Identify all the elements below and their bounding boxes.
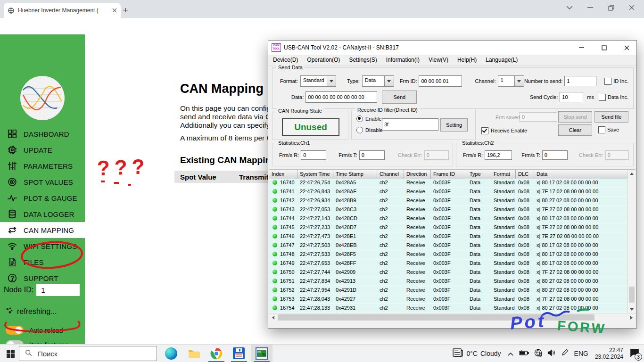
- frame-row-16744[interactable]: 1674422:47:27,1430x428CDch2Receive0x003F…: [269, 214, 628, 223]
- menu-viewv[interactable]: View(V): [429, 57, 448, 63]
- auto-reload-toggle[interactable]: [6, 326, 24, 335]
- frame-col-channel[interactable]: Channel: [377, 170, 404, 179]
- taskbar-image-app-icon[interactable]: [251, 345, 272, 362]
- browser-restore-button[interactable]: [601, 0, 621, 15]
- sidebar-item-data-logger[interactable]: DATA LOGGER: [0, 206, 85, 222]
- sidebar-item-can-mapping[interactable]: CAN MAPPING: [0, 222, 85, 238]
- frame-row-16752[interactable]: 1675222:47:27,9540x4291Dch2Receive0x003F…: [269, 286, 628, 295]
- save-checkbox[interactable]: [598, 126, 605, 133]
- frame-row-16746[interactable]: 1674622:47:27,4730x428E1ch2Receive0x003F…: [269, 232, 628, 241]
- sidebar-item-files[interactable]: FILES: [0, 254, 85, 270]
- frame-row-16748[interactable]: 1674822:47:27,5330x428F5ch2Receive0x003F…: [269, 250, 628, 259]
- scroll-up-icon[interactable]: [628, 170, 636, 177]
- network-globe-icon[interactable]: [534, 349, 542, 359]
- frame-row-16751[interactable]: 1675122:47:27,8340x42913ch2Receive0x003F…: [269, 277, 628, 286]
- vertical-scroll-thumb[interactable]: [629, 287, 635, 303]
- frame-col-direction[interactable]: Direction: [404, 170, 431, 179]
- taskbar-file-explorer-icon[interactable]: [183, 345, 205, 362]
- frame-col-index[interactable]: Index: [269, 170, 297, 179]
- menu-helph[interactable]: Help(H): [457, 57, 477, 63]
- taskbar-search-box[interactable]: [19, 346, 157, 361]
- browser-tab[interactable]: Huebner Inverter Management (: [4, 3, 121, 18]
- frame-row-16745[interactable]: 1674522:47:27,2330x428D7ch2Receive0x003F…: [269, 223, 628, 232]
- menu-operationo[interactable]: Operation(O): [307, 57, 340, 63]
- menu-languagel[interactable]: Language(L): [486, 57, 518, 63]
- frame-table-body[interactable]: 1674022:47:26,7540x428A5ch2Receive0x003F…: [269, 179, 628, 313]
- language-indicator[interactable]: ENG: [574, 350, 588, 357]
- frame-row-16747[interactable]: 1674722:47:27,5030x428EBch2Receive0x003F…: [269, 241, 628, 250]
- setting-button[interactable]: Setting: [440, 118, 468, 132]
- horizontal-scrollbar[interactable]: [269, 313, 636, 321]
- frame-row-16741[interactable]: 1674122:47:26,8430x428AFch2Receive0x003F…: [269, 188, 628, 197]
- frame-col-system-time[interactable]: System Time: [297, 170, 333, 179]
- stop-send-button[interactable]: Stop send: [558, 111, 592, 123]
- scroll-left-icon[interactable]: [269, 314, 277, 321]
- taskbar-chrome-icon[interactable]: [206, 345, 227, 362]
- send-cycle-input[interactable]: [560, 92, 583, 102]
- data-input[interactable]: [305, 91, 377, 103]
- send-file-button[interactable]: Send file: [594, 111, 628, 123]
- tray-chevron-up-icon[interactable]: [508, 349, 513, 358]
- scroll-down-icon[interactable]: [628, 306, 636, 313]
- frame-col-format[interactable]: Format: [491, 170, 516, 179]
- frm-id-input[interactable]: [419, 75, 462, 87]
- receive-enable-checkbox[interactable]: [481, 127, 488, 134]
- browser-chevron-icon[interactable]: [559, 0, 580, 15]
- sidebar-item-parameters[interactable]: PARAMETERS: [0, 158, 85, 174]
- sidebar-item-spot-values[interactable]: SPOT VALUES: [0, 174, 85, 190]
- channel-select[interactable]: 1: [498, 75, 524, 87]
- node-id-input[interactable]: [36, 284, 80, 296]
- pen-icon[interactable]: [561, 349, 569, 358]
- taskbar-clock[interactable]: 22:47 23.02.2024: [595, 347, 623, 360]
- scroll-right-icon[interactable]: [628, 314, 636, 321]
- menu-informationi[interactable]: Information(I): [386, 57, 420, 63]
- frame-row-16750[interactable]: 1675022:47:27,7440x42909ch2Receive0x003F…: [269, 268, 628, 277]
- menu-settingss[interactable]: Settings(S): [349, 57, 377, 63]
- window-close-button[interactable]: [617, 41, 636, 55]
- browser-minimize-button[interactable]: [580, 0, 601, 15]
- new-tab-button[interactable]: +: [120, 5, 131, 16]
- frame-col-frame-id[interactable]: Frame ID: [431, 170, 467, 179]
- frame-row-16754[interactable]: 1675422:47:28,1330x42931ch2Receive0x003F…: [269, 304, 628, 313]
- frame-row-16742[interactable]: 1674222:47:26,9340x428B9ch2Receive0x003F…: [269, 197, 628, 206]
- horizontal-scroll-thumb[interactable]: [278, 314, 594, 321]
- sidebar-item-wifi-settings[interactable]: WIFI SETTINGS: [0, 238, 85, 254]
- frame-col-time-stamp[interactable]: Time Stamp: [333, 170, 377, 179]
- window-minimize-button[interactable]: [571, 41, 591, 55]
- frame-row-16743[interactable]: 1674322:47:27,0530x428C3ch2Receive0x003F…: [269, 206, 628, 214]
- frame-row-16749[interactable]: 1674922:47:27,6530x428FFch2Receive0x003F…: [269, 259, 628, 268]
- weather-text[interactable]: Cloudy: [480, 350, 501, 357]
- frame-col-dlc[interactable]: DLC: [516, 170, 534, 179]
- chevron-down-icon[interactable]: [327, 75, 336, 87]
- weather-temp[interactable]: 0°C: [467, 350, 478, 357]
- window-title-bar[interactable]: CAN TOOL USB-CAN Tool V2.02 - CANalyst-I…: [268, 41, 636, 55]
- vertical-scrollbar[interactable]: [627, 170, 636, 313]
- sidebar-item-update[interactable]: UPDATE: [0, 142, 85, 158]
- frame-row-16740[interactable]: 1674022:47:26,7540x428A5ch2Receive0x003F…: [269, 179, 628, 188]
- menu-deviced[interactable]: Device(D): [273, 57, 298, 63]
- taskbar-edge-icon[interactable]: [160, 345, 182, 362]
- start-button[interactable]: [0, 345, 21, 362]
- clear-button[interactable]: Clear: [558, 124, 592, 136]
- send-button[interactable]: Send: [382, 90, 417, 104]
- frame-col-data[interactable]: Data: [534, 170, 628, 179]
- notification-icon[interactable]: 3: [630, 348, 639, 359]
- sidebar-item-dashboard[interactable]: DASHBOARD: [0, 126, 85, 142]
- browser-close-button[interactable]: [621, 0, 642, 15]
- frame-col-type[interactable]: Type: [467, 170, 491, 179]
- search-input[interactable]: [37, 349, 133, 358]
- data-inc-checkbox[interactable]: [599, 94, 606, 101]
- disable-radio[interactable]: [356, 127, 363, 133]
- type-select[interactable]: Data: [362, 75, 394, 87]
- format-select[interactable]: Standard: [300, 75, 336, 87]
- enable-radio[interactable]: [356, 115, 363, 122]
- volume-icon[interactable]: [547, 349, 556, 358]
- filter-id-input[interactable]: [382, 118, 438, 131]
- battery-icon[interactable]: [519, 349, 529, 358]
- id-inc-checkbox[interactable]: [604, 78, 611, 85]
- tab-close-icon[interactable]: [112, 6, 117, 15]
- chevron-down-icon[interactable]: [384, 75, 394, 87]
- news-widget-icon[interactable]: [453, 348, 463, 359]
- frame-row-16753[interactable]: 1675322:47:28,0430x42927ch2Receive0x003F…: [269, 295, 628, 304]
- number-to-send-input[interactable]: [564, 76, 596, 86]
